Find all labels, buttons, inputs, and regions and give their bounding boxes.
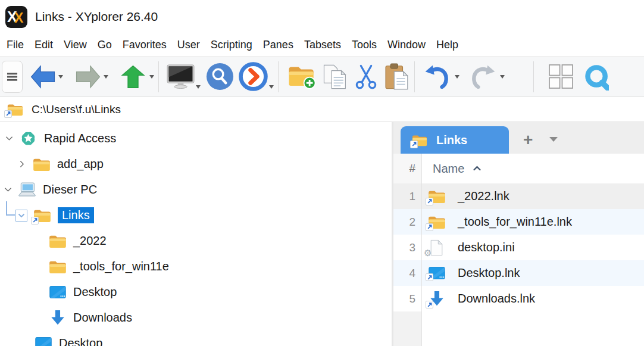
tree-item-dieser-pc[interactable]: Dieser PC <box>0 177 392 202</box>
go-to-button[interactable] <box>239 62 268 91</box>
row-number: 3 <box>393 235 422 260</box>
menu-file[interactable]: File <box>1 36 29 54</box>
redo-dropdown[interactable] <box>500 75 505 79</box>
menu-favorites[interactable]: Favorites <box>117 36 172 54</box>
tab-bar: Links + <box>393 122 644 154</box>
up-button[interactable] <box>120 64 146 89</box>
tree-item-label: add_app <box>57 157 104 171</box>
back-icon <box>30 64 56 89</box>
tree-item-desktop-2[interactable]: Desktop <box>0 331 392 346</box>
row-number: 4 <box>393 260 422 286</box>
toolbar-separator <box>533 61 534 92</box>
desktop-link-icon <box>427 267 446 279</box>
checkbox-expander[interactable] <box>15 210 27 222</box>
chevron-down-icon[interactable] <box>4 136 14 141</box>
file-row[interactable]: 1 _2022.lnk <box>393 183 644 209</box>
redo-button[interactable] <box>470 65 495 89</box>
monitor-icon <box>167 64 195 89</box>
list-header: # Name <box>393 154 644 183</box>
tab-links[interactable]: Links <box>401 126 509 154</box>
new-folder-icon <box>287 64 316 89</box>
forward-dropdown[interactable] <box>104 75 108 79</box>
scissors-icon <box>354 64 378 89</box>
rapid-access-icon <box>18 130 38 147</box>
file-name: Downloads.lnk <box>458 292 535 306</box>
menu-go[interactable]: Go <box>92 36 117 54</box>
tree-item-rapid-access[interactable]: Rapid Access <box>0 126 392 151</box>
tree-item-label: _2022 <box>73 234 107 248</box>
tree-item-tools-for-win11e[interactable]: _tools_for_win11e <box>0 254 392 279</box>
tree-item-add-app[interactable]: add_app <box>0 151 392 177</box>
computer-icon <box>17 182 37 198</box>
number-column-filler <box>393 311 422 346</box>
folder-tree: Rapid Access add_app <box>0 122 392 346</box>
undo-dropdown[interactable] <box>455 75 459 79</box>
mini-tree-button[interactable] <box>582 63 609 91</box>
menu-panes[interactable]: Panes <box>258 36 299 54</box>
title-bar: XX Links - XYplorer 26.40 <box>0 0 644 33</box>
tiles-grid-icon <box>549 64 573 89</box>
desktop-icon <box>33 337 53 346</box>
up-dropdown[interactable] <box>149 75 154 79</box>
tile-panes-button[interactable] <box>549 64 573 89</box>
menu-view[interactable]: View <box>58 36 92 54</box>
new-tab-button[interactable]: + <box>523 135 533 145</box>
xyplorer-logo-icon: XX <box>5 6 27 28</box>
go-to-dropdown[interactable] <box>269 85 274 89</box>
paste-button[interactable] <box>384 63 410 90</box>
column-header-number[interactable]: # <box>393 154 422 183</box>
menu-help[interactable]: Help <box>431 36 464 54</box>
tree-item-desktop[interactable]: Desktop <box>0 279 392 305</box>
tree-item-label-selected: Links <box>58 207 94 223</box>
folder-link-icon <box>427 189 446 204</box>
new-folder-button[interactable] <box>287 64 316 89</box>
menu-edit[interactable]: Edit <box>29 36 58 54</box>
toolbar-separator <box>414 61 415 92</box>
back-button[interactable] <box>30 64 56 89</box>
column-header-name-label: Name <box>433 162 464 176</box>
menu-window[interactable]: Window <box>382 36 431 54</box>
show-desktop-dropdown[interactable] <box>196 85 201 89</box>
file-row[interactable]: 5 Downloads.lnk <box>393 286 644 311</box>
toolbar <box>0 56 644 97</box>
address-bar[interactable]: C:\Users\f.u\Links <box>0 97 644 122</box>
file-name: desktop.ini <box>458 241 515 254</box>
cut-button[interactable] <box>354 64 378 89</box>
undo-button[interactable] <box>425 65 450 89</box>
search-button[interactable] <box>206 63 234 91</box>
file-row[interactable]: 3 ⚙ desktop.ini <box>393 235 644 260</box>
undo-icon <box>425 65 450 89</box>
column-header-name[interactable]: Name <box>422 154 644 183</box>
folder-icon <box>48 260 67 274</box>
desktop-icon <box>48 286 67 298</box>
tree-item-links[interactable]: Links <box>0 202 392 228</box>
chevron-down-icon[interactable] <box>2 187 13 192</box>
tree-item-downloads[interactable]: Downloads <box>0 305 392 331</box>
tab-list-dropdown[interactable] <box>549 137 558 142</box>
forward-button[interactable] <box>75 64 101 89</box>
address-path: C:\Users\f.u\Links <box>32 103 121 116</box>
tree-item-label: Rapid Access <box>44 132 116 145</box>
file-name: _2022.lnk <box>458 189 509 203</box>
toolbar-menu-button[interactable] <box>2 61 23 93</box>
tree-item-2022[interactable]: _2022 <box>0 228 392 254</box>
tree-item-label: Desktop <box>73 285 117 299</box>
file-list-empty-area <box>393 311 644 346</box>
menu-tools[interactable]: Tools <box>346 36 382 54</box>
chevron-right-icon[interactable] <box>17 160 27 168</box>
row-number: 5 <box>393 286 422 311</box>
menu-scripting[interactable]: Scripting <box>205 36 258 54</box>
file-row[interactable]: 2 _tools_for_win11e.lnk <box>393 209 644 235</box>
menu-tabsets[interactable]: Tabsets <box>299 36 346 54</box>
show-desktop-button[interactable] <box>167 64 195 89</box>
back-dropdown[interactable] <box>58 75 63 79</box>
menu-bar: File Edit View Go Favorites User Scripti… <box>0 33 644 56</box>
paste-icon <box>384 63 410 90</box>
ini-file-icon: ⚙ <box>427 239 446 256</box>
copy-button[interactable] <box>322 64 348 90</box>
file-row[interactable]: 4 Desktop.lnk <box>393 260 644 286</box>
search-icon <box>206 63 234 91</box>
downloads-icon <box>48 310 67 326</box>
tree-item-label: Dieser PC <box>43 183 97 197</box>
menu-user[interactable]: User <box>172 36 205 54</box>
